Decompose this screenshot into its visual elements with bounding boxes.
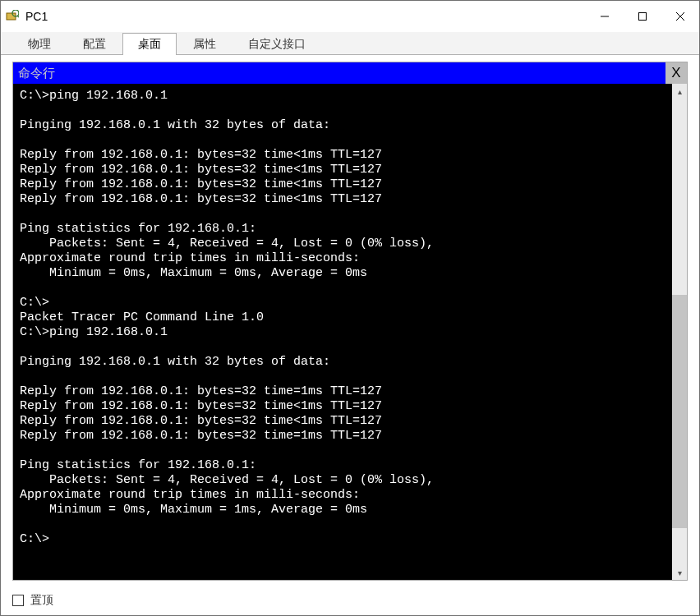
- panel-title: 命令行: [18, 66, 55, 81]
- tab-desktop[interactable]: 桌面: [122, 33, 177, 55]
- always-on-top-label: 置顶: [30, 593, 53, 608]
- window-controls: [586, 1, 699, 32]
- close-button[interactable]: [661, 1, 699, 32]
- footer: 置顶: [1, 586, 699, 615]
- scroll-down-button[interactable]: ▾: [672, 565, 687, 580]
- tab-config[interactable]: 配置: [67, 33, 122, 55]
- always-on-top-checkbox[interactable]: [12, 595, 24, 606]
- window-titlebar[interactable]: PC1: [1, 1, 699, 32]
- svg-line-2: [17, 16, 19, 17]
- tab-physical[interactable]: 物理: [12, 33, 67, 55]
- tab-custom-interface[interactable]: 自定义接口: [233, 33, 321, 55]
- tab-attributes[interactable]: 属性: [177, 33, 232, 55]
- panel-titlebar[interactable]: 命令行 X: [13, 62, 687, 84]
- terminal-container: C:\>ping 192.168.0.1 Pinging 192.168.0.1…: [13, 84, 687, 580]
- minimize-button[interactable]: [586, 1, 624, 32]
- app-window: PC1 物理 配置 桌面 属性 自定义接口 命令行 X: [0, 0, 700, 616]
- scroll-up-button[interactable]: ▴: [672, 84, 687, 99]
- tab-bar: 物理 配置 桌面 属性 自定义接口: [1, 32, 699, 55]
- workspace: 命令行 X C:\>ping 192.168.0.1 Pinging 192.1…: [1, 55, 699, 586]
- app-icon: [6, 10, 19, 23]
- window-title: PC1: [25, 10, 48, 23]
- maximize-button[interactable]: [624, 1, 661, 32]
- scroll-track[interactable]: [672, 99, 687, 565]
- panel-close-button[interactable]: X: [665, 62, 687, 84]
- scroll-thumb[interactable]: [672, 295, 687, 528]
- command-prompt-panel: 命令行 X C:\>ping 192.168.0.1 Pinging 192.1…: [12, 62, 688, 581]
- terminal-output[interactable]: C:\>ping 192.168.0.1 Pinging 192.168.0.1…: [13, 84, 672, 580]
- svg-rect-4: [639, 13, 647, 21]
- scrollbar[interactable]: ▴ ▾: [672, 84, 687, 580]
